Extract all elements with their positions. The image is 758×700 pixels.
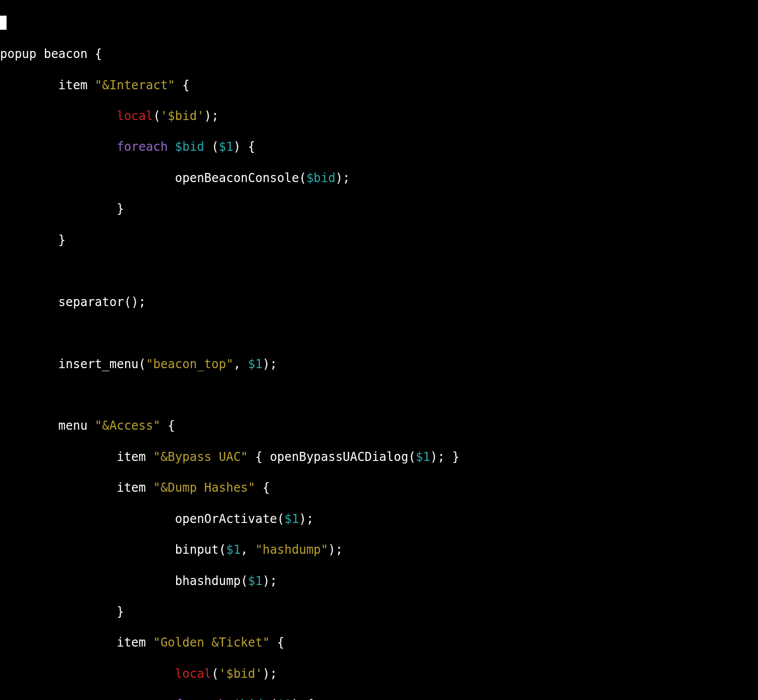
indent: [0, 109, 117, 123]
text-cursor: [0, 16, 7, 30]
code-text: ) {: [233, 140, 255, 154]
indent: [0, 543, 175, 557]
brace: }: [117, 605, 124, 619]
function-call: bhashdump(: [175, 574, 248, 588]
code-line: insert_menu("beacon_top", $1);: [0, 357, 758, 372]
keyword-foreach: foreach: [117, 140, 168, 154]
indent: [0, 295, 59, 309]
code-text: popup beacon {: [0, 47, 102, 61]
code-text: {: [270, 635, 285, 650]
keyword-foreach: foreach: [175, 697, 226, 700]
variable: $bid: [233, 697, 262, 700]
function-call: openOrActivate(: [175, 512, 285, 526]
code-line: item "&Interact" {: [0, 78, 758, 93]
code-text: ,: [233, 357, 248, 371]
string-literal: "&Access": [95, 419, 160, 433]
code-line: foreach $bid ($1) {: [0, 139, 758, 155]
code-line: local('$bid');: [0, 108, 758, 124]
keyword-local: local: [175, 667, 211, 681]
indent: [0, 667, 175, 681]
code-text: (: [153, 109, 160, 123]
code-text: {: [160, 419, 175, 433]
code-text: separator();: [59, 295, 146, 309]
code-text: );: [262, 357, 277, 371]
code-text: item: [0, 78, 95, 92]
indent: [0, 605, 117, 619]
keyword-item: item: [117, 450, 153, 464]
function-call: insert_menu(: [59, 357, 146, 371]
indent: [0, 233, 59, 247]
code-text: ); }: [430, 450, 460, 464]
string-literal: "hashdump": [255, 543, 329, 557]
indent: [0, 171, 175, 185]
code-line: [0, 325, 758, 341]
code-text: (: [211, 667, 219, 681]
indent: [0, 140, 117, 154]
code-text: ) {: [292, 697, 313, 700]
code-line: bhashdump($1);: [0, 573, 758, 589]
code-line: menu "&Access" {: [0, 418, 758, 434]
keyword-local: local: [117, 109, 153, 123]
string-literal: "&Dump Hashes": [153, 481, 255, 495]
variable: $1: [219, 140, 234, 154]
string-literal: "&Interact": [95, 78, 175, 92]
code-text: );: [336, 171, 350, 185]
code-text: [226, 697, 233, 700]
string-literal: "Golden &Ticket": [153, 635, 269, 650]
indent: [0, 357, 59, 371]
code-line: local('$bid');: [0, 666, 758, 682]
code-text: );: [204, 109, 219, 123]
code-line: openOrActivate($1);: [0, 511, 758, 527]
code-line: item "Golden &Ticket" {: [0, 635, 758, 651]
indent: [0, 697, 175, 700]
keyword-item: item: [117, 481, 153, 495]
code-line: }: [0, 604, 758, 620]
code-line: popup beacon {: [0, 46, 758, 62]
function-call: openBeaconConsole(: [175, 171, 306, 185]
indent: [0, 202, 117, 216]
code-line: item "&Dump Hashes" {: [0, 480, 758, 496]
indent: [0, 450, 117, 464]
keyword-menu: menu: [59, 419, 95, 433]
code-line: binput($1, "hashdump");: [0, 542, 758, 558]
code-text: {: [255, 481, 270, 495]
cursor-line: [0, 16, 758, 31]
brace: }: [59, 233, 66, 247]
variable: $bid: [175, 140, 204, 154]
indent: [0, 512, 175, 526]
string-literal: '$bid': [219, 667, 262, 681]
code-text: {: [175, 78, 190, 92]
code-line: [0, 263, 758, 279]
variable: $1: [416, 450, 430, 464]
code-text: );: [262, 574, 277, 588]
code-line: separator();: [0, 295, 758, 310]
code-editor[interactable]: popup beacon { item "&Interact" { local(…: [0, 0, 758, 700]
code-line: foreach $bid ($1) {: [0, 697, 758, 700]
variable: $bid: [306, 171, 336, 185]
variable: $1: [226, 543, 241, 557]
code-line: [0, 387, 758, 403]
brace: }: [117, 202, 124, 216]
keyword-item: item: [117, 635, 153, 650]
variable: $1: [248, 574, 262, 588]
code-text: ,: [241, 543, 255, 557]
code-text: );: [262, 667, 277, 681]
code-text: [168, 140, 175, 154]
indent: [0, 574, 175, 588]
indent: [0, 481, 117, 495]
variable: $1: [277, 697, 292, 700]
indent: [0, 635, 117, 650]
code-text: { openBypassUACDialog(: [248, 450, 415, 464]
code-text: (: [204, 140, 219, 154]
code-line: }: [0, 201, 758, 217]
string-literal: "&Bypass UAC": [153, 450, 248, 464]
code-line: }: [0, 232, 758, 248]
code-line: openBeaconConsole($bid);: [0, 170, 758, 186]
string-literal: "beacon_top": [146, 357, 233, 371]
code-text: );: [299, 512, 313, 526]
code-line: item "&Bypass UAC" { openBypassUACDialog…: [0, 449, 758, 465]
function-call: binput(: [175, 543, 226, 557]
string-literal: '$bid': [160, 109, 204, 123]
variable: $1: [285, 512, 299, 526]
code-text: (: [262, 697, 277, 700]
